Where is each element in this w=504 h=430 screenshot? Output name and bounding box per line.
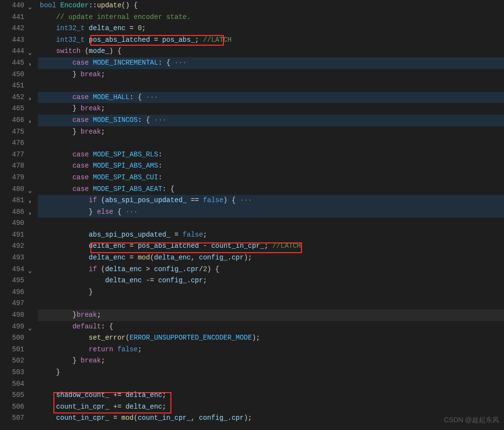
- line-number: 480: [0, 184, 24, 195]
- line-number: 445: [0, 57, 24, 69]
- code-line[interactable]: } else { ···: [38, 206, 504, 218]
- code-line[interactable]: case MODE_INCREMENTAL: { ···: [38, 57, 504, 69]
- line-number: 506: [0, 401, 24, 413]
- fold-marker: [27, 149, 38, 161]
- line-number: 440: [0, 0, 24, 12]
- code-line[interactable]: if (delta_enc > config_.cpr/2) {: [38, 264, 504, 275]
- code-line[interactable]: shadow_count_ += delta_enc;: [38, 390, 504, 401]
- line-number: 490: [0, 218, 24, 229]
- fold-marker: [27, 34, 38, 46]
- code-line[interactable]: [38, 138, 504, 149]
- fold-marker: [27, 229, 38, 241]
- code-line[interactable]: [38, 298, 504, 310]
- code-line[interactable]: case MODE_SINCOS: { ···: [38, 115, 504, 126]
- fold-marker: [27, 126, 38, 138]
- line-number: 507: [0, 413, 24, 424]
- code-line[interactable]: [38, 378, 504, 390]
- line-number: 478: [0, 160, 24, 172]
- code-editor[interactable]: 4404414424434444454504514524654664754764…: [0, 0, 504, 424]
- code-line[interactable]: abs_spi_pos_updated_ = false;: [38, 229, 504, 241]
- line-number-gutter: 4404414424434444454504514524654664754764…: [0, 0, 27, 424]
- fold-marker[interactable]: ›: [27, 195, 38, 206]
- line-number: 499: [0, 321, 24, 333]
- fold-marker: [27, 355, 38, 367]
- line-number: 481: [0, 195, 24, 206]
- code-line[interactable]: // update internal encoder state.: [38, 12, 504, 23]
- code-line[interactable]: }: [38, 287, 504, 298]
- fold-marker: [27, 332, 38, 344]
- fold-marker[interactable]: ›: [27, 115, 38, 126]
- code-line[interactable]: }break;: [38, 310, 504, 321]
- code-line[interactable]: return false;: [38, 344, 504, 356]
- code-line[interactable]: } break;: [38, 355, 504, 367]
- code-line[interactable]: delta_enc = mod(delta_enc, config_.cpr);: [38, 252, 504, 264]
- line-number: 491: [0, 229, 24, 241]
- code-line[interactable]: case MODE_SPI_ABS_AEAT: {: [38, 184, 504, 195]
- code-line[interactable]: case MODE_SPI_ABS_RLS:: [38, 149, 504, 161]
- fold-marker[interactable]: ⌄: [27, 0, 38, 12]
- line-number: 504: [0, 378, 24, 390]
- code-line[interactable]: set_error(ERROR_UNSUPPORTED_ENCODER_MODE…: [38, 332, 504, 344]
- line-number: 443: [0, 34, 24, 46]
- fold-marker: [27, 310, 38, 321]
- fold-marker[interactable]: ›: [27, 206, 38, 218]
- code-line[interactable]: } break;: [38, 69, 504, 81]
- code-line[interactable]: [38, 80, 504, 92]
- line-number: 503: [0, 367, 24, 378]
- fold-marker: [27, 378, 38, 390]
- fold-marker: [27, 287, 38, 298]
- code-line[interactable]: [38, 218, 504, 229]
- code-line[interactable]: } break;: [38, 126, 504, 138]
- fold-marker: [27, 401, 38, 413]
- line-number: 505: [0, 390, 24, 401]
- code-line[interactable]: count_in_cpr_ += delta_enc;: [38, 401, 504, 413]
- fold-marker[interactable]: ›: [27, 92, 38, 103]
- line-number: 450: [0, 69, 24, 81]
- fold-marker: [27, 80, 38, 92]
- line-number: 496: [0, 287, 24, 298]
- code-area[interactable]: bool Encoder::update() { // update inter…: [38, 0, 504, 424]
- line-number: 476: [0, 138, 24, 149]
- line-number: 477: [0, 149, 24, 161]
- code-line[interactable]: }: [38, 367, 504, 378]
- fold-marker: [27, 138, 38, 149]
- fold-marker: [27, 275, 38, 287]
- fold-marker: [27, 23, 38, 34]
- line-number: 501: [0, 344, 24, 356]
- fold-marker: [27, 252, 38, 264]
- fold-marker: [27, 218, 38, 229]
- code-line[interactable]: case MODE_SPI_ABS_AMS:: [38, 160, 504, 172]
- fold-marker[interactable]: ⌄: [27, 46, 38, 57]
- code-line[interactable]: count_in_cpr_ = mod(count_in_cpr_, confi…: [38, 413, 504, 424]
- line-number: 493: [0, 252, 24, 264]
- line-number: 442: [0, 23, 24, 34]
- fold-marker: [27, 367, 38, 378]
- code-line[interactable]: case MODE_SPI_ABS_CUI:: [38, 172, 504, 184]
- fold-marker[interactable]: ›: [27, 57, 38, 69]
- code-line[interactable]: delta_enc = pos_abs_latched - count_in_c…: [38, 241, 504, 252]
- watermark: CSDN @趁起东风: [444, 414, 499, 426]
- fold-marker: [27, 103, 38, 115]
- fold-marker[interactable]: ⌄: [27, 184, 38, 195]
- code-line[interactable]: default: {: [38, 321, 504, 333]
- code-line[interactable]: int32_t pos_abs_latched = pos_abs_; //LA…: [38, 34, 504, 46]
- code-line[interactable]: int32_t delta_enc = 0;: [38, 23, 504, 34]
- fold-marker: [27, 413, 38, 424]
- line-number: 498: [0, 310, 24, 321]
- fold-marker[interactable]: ⌄: [27, 321, 38, 333]
- fold-marker: [27, 241, 38, 252]
- fold-marker: [27, 12, 38, 23]
- code-line[interactable]: case MODE_HALL: { ···: [38, 92, 504, 103]
- line-number: 452: [0, 92, 24, 103]
- code-line[interactable]: } break;: [38, 103, 504, 115]
- code-line[interactable]: bool Encoder::update() {: [38, 0, 504, 12]
- line-number: 500: [0, 332, 24, 344]
- code-line[interactable]: if (abs_spi_pos_updated_ == false) { ···: [38, 195, 504, 206]
- fold-column[interactable]: ⌄⌄›››⌄››⌄⌄: [27, 0, 38, 424]
- code-line[interactable]: delta_enc -= config_.cpr;: [38, 275, 504, 287]
- fold-marker[interactable]: ⌄: [27, 264, 38, 275]
- code-line[interactable]: switch (mode_) {: [38, 46, 504, 57]
- line-number: 497: [0, 298, 24, 310]
- fold-marker: [27, 172, 38, 184]
- fold-marker: [27, 298, 38, 310]
